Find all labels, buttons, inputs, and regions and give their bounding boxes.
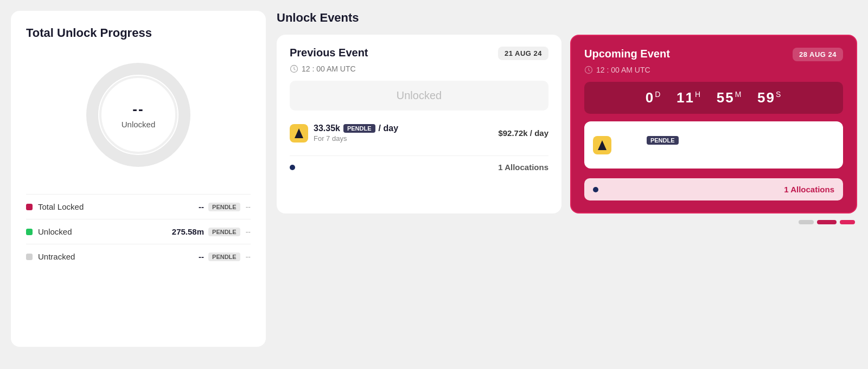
legend-badge-total-locked: PENDLE xyxy=(208,203,240,211)
legend-item-unlocked: Unlocked 275.58m PENDLE -- xyxy=(26,219,251,244)
legend-extra-untracked: -- xyxy=(246,253,251,261)
previous-event-time-text: 12 : 00 AM UTC xyxy=(302,64,356,73)
donut-wrapper: -- Unlocked xyxy=(26,55,251,174)
section-title: Unlock Events xyxy=(277,11,857,25)
legend-items: Total Locked -- PENDLE -- Unlocked 275.5… xyxy=(26,194,251,269)
previous-rate-row: 33.35k PENDLE / day For 7 days $92.72k /… xyxy=(290,118,548,148)
legend-badge-untracked: PENDLE xyxy=(208,253,240,261)
unlocked-button[interactable]: Unlocked xyxy=(290,81,548,111)
events-row: Previous Event 21 AUG 24 12 : 00 AM UTC … xyxy=(277,35,857,213)
upcoming-rate-badge: PENDLE xyxy=(647,136,679,145)
upcoming-rate-main: 32.99k PENDLE / day xyxy=(617,135,774,145)
page-dot-1[interactable] xyxy=(799,220,814,224)
previous-alloc-dot xyxy=(290,165,295,170)
previous-event-time: 12 : 00 AM UTC xyxy=(290,64,548,73)
right-section: Unlock Events Previous Event 21 AUG 24 1… xyxy=(277,11,857,224)
pagination xyxy=(277,220,857,224)
legend-badge-unlocked: PENDLE xyxy=(208,228,240,236)
clock-icon xyxy=(290,64,298,73)
upcoming-allocations-count: 1 Allocations xyxy=(604,185,834,194)
countdown-hours-unit: H xyxy=(695,90,701,99)
left-panel: Total Unlock Progress -- Unlocked Total … xyxy=(11,11,266,347)
donut-chart: -- Unlocked xyxy=(79,55,198,174)
legend-dot-total-locked xyxy=(26,204,33,210)
legend-extra-unlocked: -- xyxy=(246,228,251,236)
previous-rate-period: / day xyxy=(379,124,398,133)
upcoming-rate-row: 32.99k PENDLE / day For 7 days $111.82k … xyxy=(593,130,834,160)
upcoming-event-date: 28 AUG 24 xyxy=(793,48,843,61)
previous-event-card: Previous Event 21 AUG 24 12 : 00 AM UTC … xyxy=(277,35,561,213)
upcoming-event-card: Upcoming Event 28 AUG 24 12 : 00 AM UTC … xyxy=(570,35,857,213)
previous-rate-sub: For 7 days xyxy=(314,134,493,143)
countdown-seconds-unit: S xyxy=(776,90,782,99)
upcoming-event-title: Upcoming Event xyxy=(584,48,670,60)
legend-name-unlocked: Unlocked xyxy=(38,227,172,236)
previous-event-title: Previous Event xyxy=(290,47,368,59)
clock-icon-upcoming xyxy=(584,66,593,74)
pendle-icon-upcoming xyxy=(593,136,611,154)
previous-allocations-row[interactable]: 1 Allocations xyxy=(290,156,548,174)
legend-value-total-locked: -- xyxy=(199,202,204,211)
legend-extra-total-locked: -- xyxy=(246,203,251,211)
legend-item-untracked: Untracked -- PENDLE -- xyxy=(26,244,251,269)
upcoming-rate-info: 32.99k PENDLE / day For 7 days xyxy=(617,135,774,154)
previous-rate-badge: PENDLE xyxy=(343,124,375,133)
page-dot-3[interactable] xyxy=(840,220,855,224)
upcoming-rate-amount: 32.99k xyxy=(617,135,643,145)
countdown-days: 0 xyxy=(646,89,654,106)
legend-value-unlocked: 275.58m xyxy=(172,227,204,236)
pendle-icon xyxy=(290,124,308,143)
upcoming-rate-period: / day xyxy=(682,135,701,145)
countdown-hours: 11 xyxy=(676,89,694,106)
page-dot-2[interactable] xyxy=(817,220,837,224)
upcoming-inner-card: 32.99k PENDLE / day For 7 days $111.82k … xyxy=(584,121,843,169)
legend-dot-unlocked xyxy=(26,229,33,235)
donut-dash: -- xyxy=(122,101,156,118)
legend-name-untracked: Untracked xyxy=(38,252,199,261)
legend-value-untracked: -- xyxy=(199,252,204,261)
left-panel-title: Total Unlock Progress xyxy=(26,26,251,40)
legend-name-total-locked: Total Locked xyxy=(38,202,199,211)
countdown-days-unit: D xyxy=(655,90,661,99)
previous-rate-main: 33.35k PENDLE / day xyxy=(314,124,493,133)
upcoming-rate-sub: For 7 days xyxy=(617,146,774,154)
upcoming-event-time: 12 : 00 AM UTC xyxy=(584,66,843,74)
previous-event-date: 21 AUG 24 xyxy=(498,47,548,60)
countdown-minutes: 55 xyxy=(717,89,735,106)
upcoming-rate-usd: $111.82k / day xyxy=(780,140,834,150)
upcoming-alloc-dot xyxy=(593,187,598,192)
donut-center: -- Unlocked xyxy=(122,101,156,129)
upcoming-event-header: Upcoming Event 28 AUG 24 xyxy=(584,48,843,61)
donut-label: Unlocked xyxy=(122,120,156,129)
countdown-seconds: 59 xyxy=(757,89,775,106)
legend-item-total-locked: Total Locked -- PENDLE -- xyxy=(26,194,251,219)
countdown-bar: 0D 11H 55M 59S xyxy=(584,82,843,114)
previous-rate-info: 33.35k PENDLE / day For 7 days xyxy=(314,124,493,143)
previous-rate-amount: 33.35k xyxy=(314,124,340,133)
upcoming-allocations-row[interactable]: 1 Allocations xyxy=(584,178,843,200)
previous-event-header: Previous Event 21 AUG 24 xyxy=(290,47,548,60)
previous-allocations-count: 1 Allocations xyxy=(498,163,548,172)
upcoming-event-time-text: 12 : 00 AM UTC xyxy=(596,66,650,74)
countdown-minutes-unit: M xyxy=(735,90,743,99)
previous-rate-usd: $92.72k / day xyxy=(498,128,548,138)
legend-dot-untracked xyxy=(26,254,33,260)
